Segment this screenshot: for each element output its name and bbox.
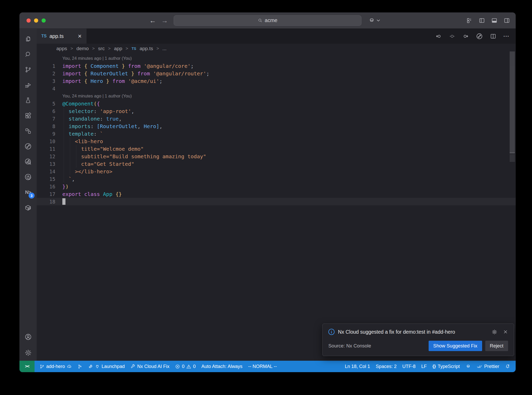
breadcrumb-item[interactable]: demo [76, 46, 89, 51]
tab-app-ts[interactable]: TS app.ts ✕ [37, 29, 87, 44]
git-branch-item[interactable]: add-hero [37, 364, 75, 369]
nx-console-icon[interactable]: N> 3 [19, 185, 37, 200]
code-line[interactable]: 13 cta="Get Started" [37, 160, 516, 168]
indentation-item[interactable]: Spaces: 2 [373, 364, 400, 369]
code-line[interactable]: 10 <lib-hero [37, 137, 516, 145]
minimize-window-button[interactable] [34, 18, 38, 23]
toggle-primary-sidebar-icon[interactable] [479, 17, 485, 24]
gitlens-search-icon[interactable] [19, 154, 37, 169]
braces-icon: {} [433, 364, 436, 369]
code-line[interactable]: 18 [37, 198, 516, 205]
code-line[interactable]: 11 title="Welcmoe demo" [37, 145, 516, 153]
code-text: template: ` [55, 131, 103, 137]
code-line[interactable]: 1import { Component } from '@angular/cor… [37, 62, 516, 70]
copilot-menu[interactable] [368, 17, 380, 24]
editor-scrollbar[interactable] [510, 51, 515, 153]
code-rows: You, 24 minutes ago | 1 author (You)1imp… [37, 55, 516, 205]
double-check-icon [477, 364, 482, 369]
project-hierarchy-icon[interactable] [19, 123, 37, 139]
eol-item[interactable]: LF [418, 364, 430, 369]
code-line[interactable]: 9 template: ` [37, 130, 516, 137]
search-view-icon[interactable] [19, 47, 37, 62]
explorer-icon[interactable] [19, 31, 37, 47]
warning-count: 0 [193, 364, 196, 369]
git-graph-status-item[interactable] [75, 364, 85, 369]
navigate-back-icon[interactable]: ← [149, 17, 156, 24]
run-debug-icon[interactable] [19, 77, 37, 93]
rocket-icon [88, 364, 93, 369]
code-line[interactable]: 5@Component({ [37, 100, 516, 107]
problems-item[interactable]: 0 0 [172, 364, 198, 369]
editor-group: TS app.ts ✕ ··· apps> demo> src> app> [37, 29, 516, 361]
cursor-position-item[interactable]: Ln 18, Col 1 [342, 364, 373, 369]
blame-text: You, 24 minutes ago | 1 author (You) [55, 56, 132, 61]
launchpad-item[interactable]: Launchpad [85, 364, 128, 369]
toggle-secondary-sidebar-icon[interactable] [504, 17, 510, 24]
current-change-icon[interactable] [449, 33, 455, 40]
code-line[interactable]: 12 subtitle="Build something amazing tod… [37, 153, 516, 160]
breadcrumb-item[interactable]: ... [162, 46, 167, 51]
prettier-item[interactable]: Prettier [474, 364, 502, 369]
copilot-status-item[interactable] [463, 364, 474, 369]
encoding-item[interactable]: UTF-8 [400, 364, 418, 369]
testing-icon[interactable] [19, 93, 37, 108]
edge-browser-icon[interactable] [19, 169, 37, 185]
title-bar: ← → acme [19, 12, 516, 29]
bell-dot-icon [505, 364, 510, 369]
extensions-icon[interactable] [19, 108, 37, 123]
notification-settings-gear-icon[interactable] [491, 329, 497, 335]
line-number: 8 [37, 123, 55, 129]
code-line[interactable]: 17export class App {} [37, 190, 516, 198]
customize-layout-icon[interactable] [466, 17, 473, 24]
settings-gear-icon[interactable] [19, 345, 37, 361]
show-suggested-fix-button[interactable]: Show Suggested Fix [429, 341, 482, 351]
breadcrumb-item[interactable]: apps [56, 46, 67, 51]
git-graph-view-icon[interactable] [19, 139, 37, 154]
source-control-icon[interactable] [19, 62, 37, 77]
navigate-forward-icon[interactable]: → [161, 17, 168, 24]
git-graph-icon[interactable] [476, 33, 483, 40]
code-line[interactable]: 15 `, [37, 175, 516, 183]
code-text: imports: [RouterOutlet, Hero], [55, 123, 162, 129]
breadcrumb-item[interactable]: src [98, 46, 105, 51]
auto-attach-item[interactable]: Auto Attach: Always [198, 364, 245, 369]
nx-cloud-ai-fix-item[interactable]: Nx Cloud AI Fix [128, 364, 172, 369]
language-mode-item[interactable]: {} TypeScript [430, 364, 463, 369]
notifications-bell-item[interactable] [502, 364, 513, 369]
account-icon[interactable] [19, 329, 37, 345]
close-window-button[interactable] [26, 18, 31, 23]
close-notification-icon[interactable] [503, 329, 508, 334]
toggle-panel-icon[interactable] [491, 17, 497, 24]
code-editor[interactable]: You, 24 minutes ago | 1 author (You)1imp… [37, 54, 516, 361]
editor-scrollbar-tail [510, 154, 515, 162]
remote-indicator[interactable]: >< [19, 361, 35, 372]
code-line[interactable]: 6 selector: 'app-root', [37, 107, 516, 115]
window-controls [26, 18, 46, 23]
code-line[interactable]: 16}) [37, 183, 516, 190]
wrench-icon [130, 364, 135, 369]
code-line[interactable]: 2import { RouterOutlet } from '@angular/… [37, 70, 516, 77]
more-actions-icon[interactable]: ··· [503, 33, 509, 39]
code-line[interactable]: 7 standalone: true, [37, 115, 516, 122]
tab-close-icon[interactable]: ✕ [78, 33, 82, 39]
containers-icon[interactable] [19, 200, 37, 215]
git-graph-icon [77, 364, 82, 369]
previous-change-icon[interactable] [435, 33, 442, 40]
code-line[interactable]: 4 [37, 85, 516, 92]
breadcrumb-item[interactable]: app [114, 46, 122, 51]
line-number: 9 [37, 131, 55, 137]
code-line[interactable]: 3import { Hero } from '@acme/ui'; [37, 77, 516, 85]
search-icon [258, 18, 262, 23]
command-center-search[interactable]: acme [174, 15, 362, 26]
code-line[interactable]: 14 ></lib-hero> [37, 168, 516, 175]
code-text: @Component({ [55, 101, 100, 107]
split-editor-icon[interactable] [490, 33, 496, 40]
vim-mode-item[interactable]: -- NORMAL -- [245, 364, 280, 369]
maximize-window-button[interactable] [42, 18, 46, 23]
line-number: 12 [37, 154, 55, 159]
next-change-icon[interactable] [462, 33, 469, 40]
code-line[interactable]: 8 imports: [RouterOutlet, Hero], [37, 122, 516, 130]
code-text: <lib-hero [55, 138, 103, 144]
breadcrumb-item[interactable]: app.ts [139, 46, 153, 51]
reject-button[interactable]: Reject [485, 341, 508, 351]
